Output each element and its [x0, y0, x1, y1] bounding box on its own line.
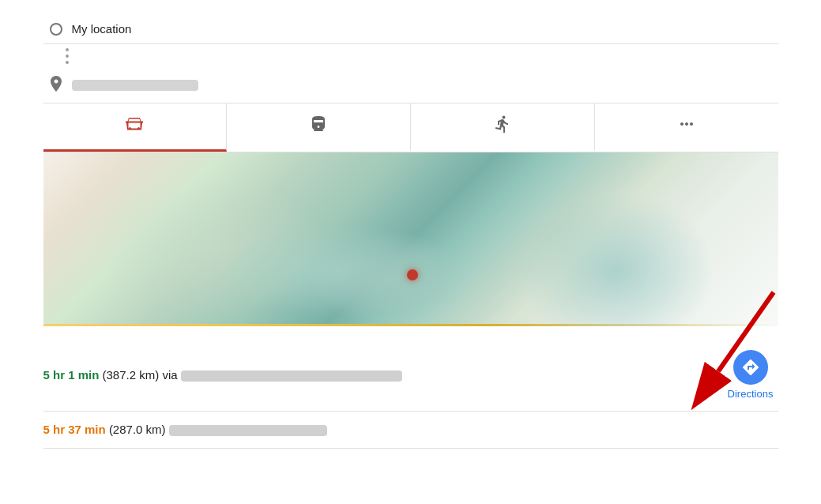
car-icon: [124, 116, 145, 137]
location-from-icon: [43, 23, 69, 36]
location-to-row: [43, 68, 778, 103]
route-name-primary-blurred: [181, 370, 402, 382]
distance-primary: (387.2 km) via: [103, 368, 181, 382]
duration-secondary: 5 hr 37 min: [43, 423, 106, 436]
map-blob2: [312, 231, 470, 326]
svg-point-1: [137, 127, 140, 130]
directions-arrow-icon: [741, 358, 760, 377]
walking-icon: [493, 115, 512, 138]
route-dots: [55, 44, 80, 68]
result-primary-text: 5 hr 1 min (387.2 km) via: [43, 368, 402, 382]
transport-tabs: [43, 103, 778, 152]
circle-icon: [50, 23, 62, 36]
results-section: 5 hr 1 min (387.2 km) via Directions 5 h…: [43, 326, 778, 449]
tab-more[interactable]: [595, 103, 778, 152]
map-destination-dot: [407, 269, 418, 280]
location-from-text: My location: [72, 22, 132, 36]
result-info-primary: 5 hr 1 min (387.2 km) via: [43, 368, 710, 382]
transit-icon: [309, 115, 328, 138]
route-name-secondary-blurred: [169, 425, 327, 436]
result-row-secondary: 5 hr 37 min (287.0 km): [43, 412, 778, 449]
dot1: [66, 48, 69, 51]
directions-button[interactable]: Directions: [723, 350, 778, 400]
location-to-icon: [43, 76, 69, 95]
result-secondary-text: 5 hr 37 min (287.0 km): [43, 423, 327, 436]
dot2: [66, 55, 69, 58]
location-from-row: My location: [43, 14, 778, 44]
directions-label[interactable]: Directions: [728, 388, 774, 400]
more-icon: [677, 115, 696, 138]
result-row-primary: 5 hr 1 min (387.2 km) via Directions: [43, 339, 778, 412]
distance-secondary: (287.0 km): [109, 423, 169, 436]
dot3: [66, 61, 69, 64]
tab-walking[interactable]: [411, 103, 595, 152]
tab-driving[interactable]: [43, 103, 228, 152]
result-info-secondary: 5 hr 37 min (287.0 km): [43, 423, 778, 437]
directions-icon-circle: [733, 350, 768, 385]
pin-icon: [48, 76, 64, 95]
tab-transit[interactable]: [227, 103, 411, 152]
map-preview: [43, 152, 778, 326]
duration-primary: 5 hr 1 min: [43, 368, 100, 382]
svg-point-0: [129, 127, 131, 130]
location-to-text: [72, 80, 198, 91]
